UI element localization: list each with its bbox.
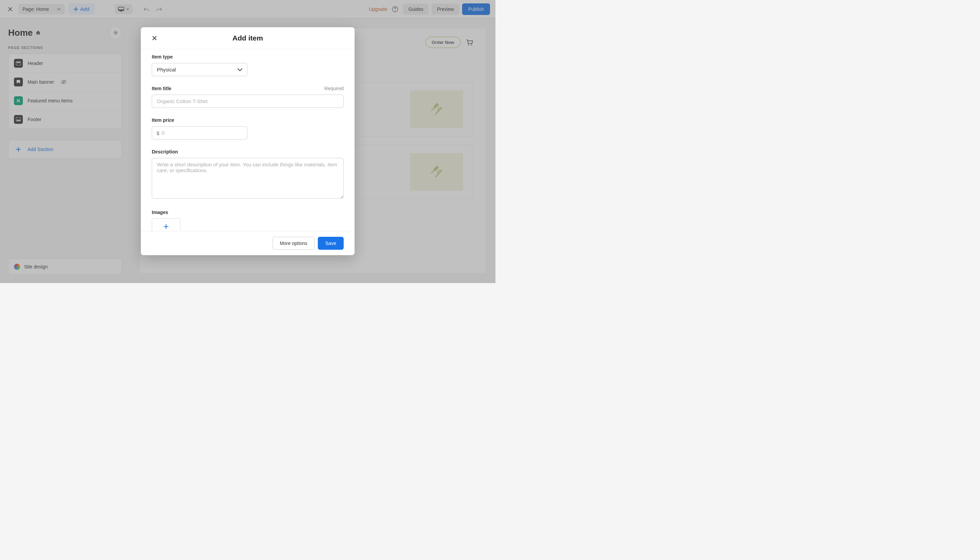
modal-overlay[interactable]: Add item Item type Physical Item title R… [0,0,495,283]
description-group: Description [152,149,344,200]
modal-title: Add item [152,34,344,42]
item-title-group: Item title Required [152,86,344,108]
item-type-value: Physical [157,67,176,72]
item-price-group: Item price $ [152,117,344,140]
item-type-group: Item type Physical [152,54,344,76]
plus-icon [164,224,168,229]
item-title-input[interactable] [152,95,344,108]
currency-prefix: $ [157,130,159,136]
image-upload-button[interactable] [152,218,180,231]
modal-header: Add item [141,27,355,49]
item-type-select[interactable]: Physical [152,63,247,76]
item-price-input[interactable] [152,126,247,140]
modal-body: Item type Physical Item title Required I… [141,49,355,231]
more-options-button[interactable]: More options [273,237,314,250]
item-type-label: Item type [152,54,173,60]
add-item-modal: Add item Item type Physical Item title R… [141,27,355,255]
save-button[interactable]: Save [318,237,344,250]
modal-close-button[interactable] [152,35,157,41]
chevron-down-icon [238,68,242,71]
images-group: Images [152,210,344,231]
description-label: Description [152,149,178,155]
images-label: Images [152,210,168,215]
item-price-label: Item price [152,117,174,123]
modal-footer: More options Save [141,231,355,255]
close-icon [152,35,157,41]
required-hint: Required [324,86,344,91]
description-textarea[interactable] [152,158,344,199]
item-title-label: Item title [152,86,172,91]
